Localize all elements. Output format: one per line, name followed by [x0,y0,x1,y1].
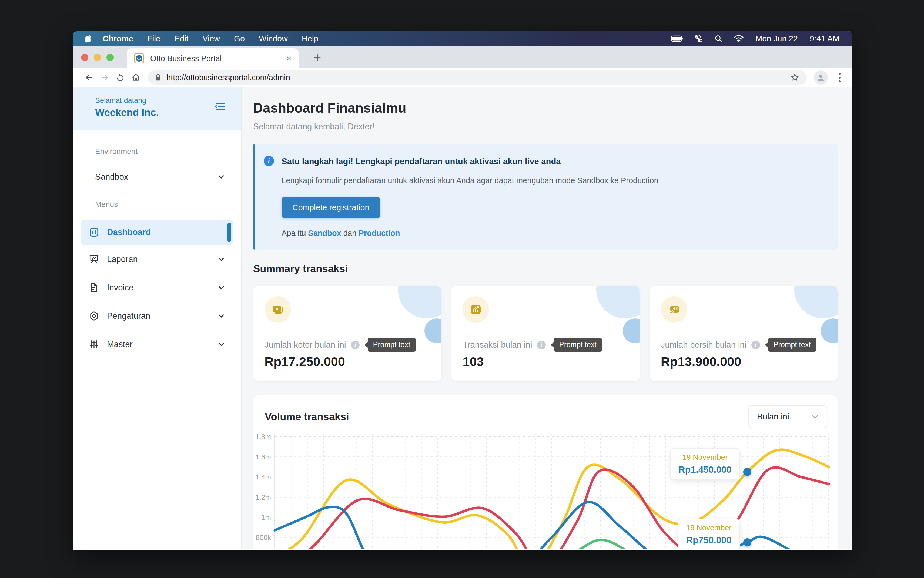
window-minimize-button[interactable] [94,54,101,61]
tab-title: Otto Business Portal [150,54,283,63]
info-icon[interactable]: i [537,341,546,349]
chevron-down-icon [217,283,226,292]
sidebar-item-master[interactable]: Master [81,332,233,357]
new-tab-button[interactable]: + [311,50,324,64]
y-axis-tick: 800k [253,533,271,542]
wifi-icon[interactable] [734,35,744,42]
address-bar[interactable]: http://ottobusinessportal.com/admin [148,70,807,84]
window-close-button[interactable] [81,54,88,61]
home-icon[interactable] [128,70,144,85]
sidebar-item-label: Dashboard [107,227,226,237]
sidebar-item-pengaturan[interactable]: Pengaturan [81,303,233,329]
menus-label: Menus [95,200,118,209]
environment-label: Environment [95,147,138,156]
y-axis-tick: 1.6m [253,453,271,461]
url-text[interactable]: http://ottobusinessportal.com/admin [166,73,790,82]
menu-window[interactable]: Window [259,34,288,43]
footnote-prefix: Apa itu [281,229,308,237]
tooltip-amount: Rp750.000 [686,535,731,546]
card-value: Rp13.900.000 [661,354,741,369]
menu-file[interactable]: File [147,34,160,43]
active-indicator [227,222,231,242]
sandbox-link[interactable]: Sandbox [308,229,341,237]
reload-icon[interactable] [112,70,128,85]
period-filter-dropdown[interactable]: Bulan ini [749,406,827,428]
chevron-down-icon [810,412,820,421]
tooltip: Prompt text [554,338,602,352]
volume-heading: Volume transaksi [265,411,349,423]
sidebar-item-invoice[interactable]: Invoice [81,275,233,300]
sidebar-item-dashboard[interactable]: Dashboard [81,219,233,245]
cash-icon [265,296,291,323]
period-filter-value: Bulan ini [757,412,810,422]
banner-body: Lengkapi formulir pendaftaran untuk akti… [281,176,827,185]
banner-footnote: Apa itu Sandbox dan Production [281,229,827,238]
menu-bar-clock: 9:41 AM [810,34,840,43]
control-center-icon[interactable] [695,34,703,43]
decorative-circle [821,318,838,343]
decorative-circle [623,318,640,343]
main-content: Dashboard Finansialmu Selamat datang kem… [242,87,853,549]
info-icon[interactable]: i [351,341,360,349]
environment-select[interactable]: Sandbox [95,168,226,185]
wallet-check-icon [661,296,687,323]
menu-chrome[interactable]: Chrome [103,34,133,43]
forward-icon[interactable] [97,70,112,85]
lock-icon [154,73,162,81]
sidebar-item-laporan[interactable]: Laporan [81,247,233,272]
tab-strip: Otto Business Portal × + [73,46,853,68]
tab-close-icon[interactable]: × [286,54,292,63]
invoice-document-icon [89,282,99,293]
battery-icon[interactable] [671,36,684,42]
window-zoom-button[interactable] [106,54,114,61]
production-link[interactable]: Production [359,229,400,237]
report-board-icon [89,254,99,265]
page-subtitle: Selamat datang kembali, Dexter! [253,122,838,132]
menu-help[interactable]: Help [302,34,318,43]
sidebar-item-label: Invoice [107,283,217,292]
y-axis-tick: 1.4m [253,473,271,481]
sidebar-item-label: Master [107,339,217,349]
tooltip: Prompt text [768,338,816,352]
sliders-icon [89,339,99,350]
sidebar: Selamat datang Weekend Inc. Environment … [73,87,242,549]
chart-up-icon [463,296,489,323]
browser-menu-icon[interactable] [835,73,844,82]
tooltip-date: 19 November [679,453,732,461]
decorative-circle [794,286,838,318]
info-icon[interactable]: i [751,341,760,349]
page-title: Dashboard Finansialmu [253,100,838,116]
chevron-down-icon [217,340,226,349]
decorative-circle [596,286,640,318]
sidebar-header: Selamat datang Weekend Inc. [73,87,241,130]
menu-edit[interactable]: Edit [175,34,188,43]
chart-marker-dot[interactable] [743,538,751,546]
card-value: 103 [463,354,484,369]
tooltip-amount: Rp1.450.000 [679,464,732,475]
settings-hexagon-icon [89,311,99,321]
card-label: Transaksi bulan ini [463,340,532,350]
y-axis-tick: 1m [253,513,271,521]
card-label: Jumlah bersih bulan ini [661,340,747,350]
card-label: Jumlah kotor bulan ini [265,340,346,350]
complete-registration-button[interactable]: Complete registration [281,197,380,218]
chart-tooltip: 19 November Rp750.000 [678,519,739,549]
browser-profile-avatar[interactable] [814,70,828,84]
volume-chart-card: Volume transaksi Bulan ini 1.8m1.6m1.4m1… [253,395,838,549]
chevron-down-icon [217,255,226,264]
bookmark-star-icon[interactable] [790,73,800,82]
card-value: Rp17.250.000 [265,354,345,369]
spotlight-search-icon[interactable] [715,34,723,43]
menu-go[interactable]: Go [234,34,245,43]
registration-banner: i Satu langkah lagi! Lengkapi pendaftara… [253,144,838,250]
tooltip: Prompt text [368,338,416,352]
dashboard-icon [89,227,99,238]
menu-view[interactable]: View [202,34,220,43]
chevron-down-icon [217,172,226,181]
summary-heading: Summary transaksi [253,263,838,275]
browser-tab[interactable]: Otto Business Portal × [127,48,299,68]
chart-marker-dot[interactable] [743,468,751,476]
apple-logo-icon[interactable] [84,34,93,43]
back-icon[interactable] [81,70,97,85]
sidebar-collapse-icon[interactable] [213,100,226,113]
